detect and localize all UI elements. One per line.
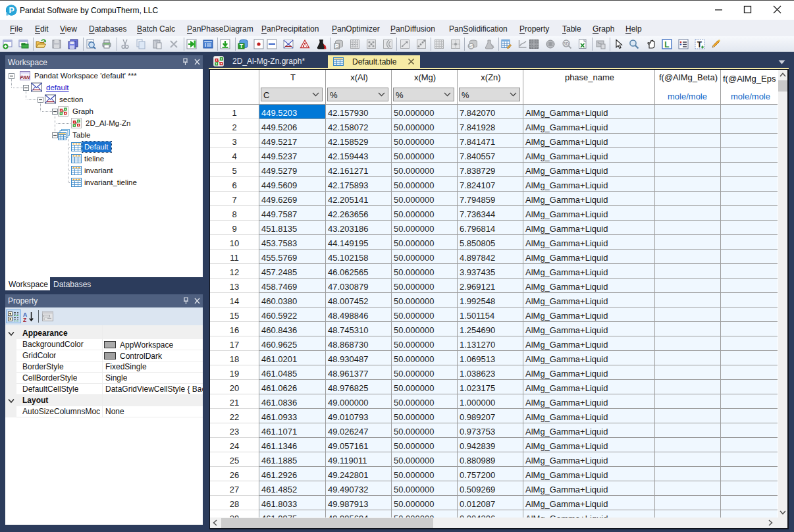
svg-text:P: P — [9, 6, 14, 15]
svg-text:3D: 3D — [563, 41, 569, 46]
svg-text:T: T — [697, 40, 702, 49]
svg-text:T: T — [240, 43, 244, 49]
svg-text:P: P — [335, 43, 339, 49]
svg-text:L: L — [664, 40, 669, 49]
svg-text:PAN: PAN — [20, 75, 30, 80]
svg-text:S: S — [469, 43, 473, 49]
svg-text:Z: Z — [23, 317, 26, 322]
